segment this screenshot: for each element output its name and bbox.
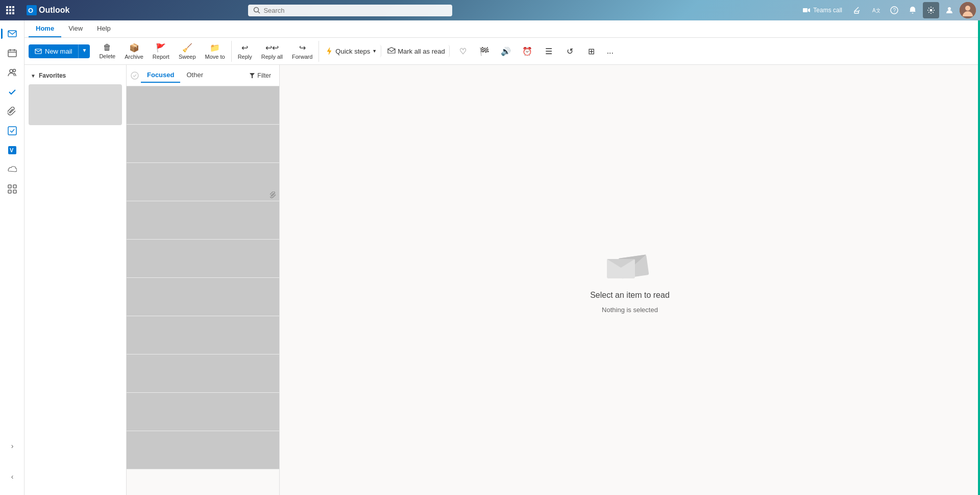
flag-button[interactable]: 🏁: [474, 44, 495, 58]
tab-view[interactable]: View: [61, 20, 90, 37]
user-avatar[interactable]: [960, 2, 976, 18]
check-circle-icon: [131, 72, 139, 80]
svg-text:?: ?: [893, 8, 896, 13]
sidebar-item-people[interactable]: [3, 63, 21, 82]
reading-panel: Select an item to read Nothing is select…: [280, 65, 980, 495]
sidebar-item-onedrive[interactable]: [3, 160, 21, 179]
mail-item[interactable]: [127, 125, 279, 163]
svg-text:A文: A文: [872, 8, 880, 13]
undo-button[interactable]: ↺: [560, 44, 580, 58]
svg-rect-36: [8, 185, 11, 188]
svg-rect-5: [12, 9, 14, 11]
mark-all-read-label: Mark all as read: [398, 48, 445, 55]
rules-icon: ☰: [545, 46, 552, 56]
mail-item[interactable]: [127, 355, 279, 393]
delete-group: 🗑 Delete 📦 Archive 🚩 Report 🧹 Sweep: [95, 41, 231, 62]
mail-item[interactable]: [127, 201, 279, 240]
mail-item[interactable]: [127, 278, 279, 316]
svg-rect-27: [8, 50, 16, 57]
outlook-logo: O Outlook: [20, 5, 76, 15]
svg-rect-2: [12, 6, 14, 8]
avatar-image: [960, 2, 976, 18]
report-button[interactable]: 🚩 Report: [149, 41, 174, 62]
tab-home[interactable]: Home: [29, 20, 61, 37]
forward-icon: ↪: [299, 43, 306, 53]
empty-envelope-illustration: [604, 246, 655, 285]
new-mail-dropdown[interactable]: ▼: [78, 44, 90, 58]
mail-item[interactable]: [127, 163, 279, 201]
read-aloud-button[interactable]: 🔊: [496, 44, 516, 58]
app-name: Outlook: [39, 6, 69, 15]
delete-label: Delete: [99, 53, 115, 59]
favorite-button[interactable]: ♡: [453, 44, 473, 58]
sweep-button[interactable]: 🧹 Sweep: [175, 41, 200, 62]
svg-line-12: [258, 12, 260, 14]
move-label: Move to: [205, 54, 225, 60]
mail-item[interactable]: [127, 316, 279, 355]
layout-button[interactable]: ⊞: [581, 44, 602, 58]
search-bar[interactable]: [248, 5, 452, 16]
panels: ▼ Favorites ‹ ›: [24, 65, 980, 495]
tab-help[interactable]: Help: [90, 20, 118, 37]
reply-group: ↩ Reply ↩↩ Reply all ↪ Forward: [234, 41, 320, 62]
settings-button[interactable]: [923, 2, 939, 18]
more-options-button[interactable]: ...: [603, 44, 618, 58]
person-icon-svg: [945, 6, 953, 14]
mail-item[interactable]: [127, 240, 279, 278]
svg-rect-1: [9, 6, 11, 8]
snooze-button[interactable]: ⏰: [517, 44, 537, 58]
notification-icon[interactable]: [904, 2, 921, 18]
svg-rect-7: [9, 12, 11, 14]
translate-icon[interactable]: A文: [868, 2, 884, 18]
sidebar-item-calendar[interactable]: [3, 44, 21, 62]
check-circle: [131, 72, 139, 80]
ribbon-toolbar: New mail ▼ 🗑 Delete 📦 Archive 🚩: [24, 38, 980, 64]
reply-all-label: Reply all: [261, 54, 283, 60]
waffle-icon[interactable]: [0, 0, 20, 20]
teams-call-button[interactable]: Teams call: [797, 4, 847, 17]
delete-button[interactable]: 🗑 Delete: [95, 41, 119, 61]
filter-label: Filter: [257, 72, 271, 79]
sidebar-item-mail[interactable]: [3, 25, 21, 43]
people-icon: [8, 68, 17, 77]
search-input[interactable]: [263, 7, 447, 14]
reply-icon: ↩: [241, 43, 248, 53]
favorites-header[interactable]: ▼ Favorites: [24, 69, 126, 82]
sidebar-item-viva[interactable]: V: [3, 141, 21, 159]
quick-steps-button[interactable]: Quick steps ▼: [321, 45, 381, 57]
mail-item[interactable]: [127, 86, 279, 125]
reply-all-icon: ↩↩: [265, 43, 279, 53]
mark-all-read-button[interactable]: Mark all as read: [383, 45, 449, 57]
mail-item[interactable]: [127, 431, 279, 469]
forward-button[interactable]: ↪ Forward: [288, 41, 316, 62]
sidebar-item-apps[interactable]: [3, 180, 21, 198]
mail-item[interactable]: [127, 393, 279, 431]
search-icon: [253, 7, 260, 14]
help-icon[interactable]: ?: [886, 2, 902, 18]
account-icon[interactable]: [941, 2, 958, 18]
move-to-button[interactable]: 📁 Move to: [201, 41, 229, 62]
new-mail-button[interactable]: New mail: [29, 44, 78, 58]
svg-line-18: [857, 7, 859, 8]
favorites-chevron: ▼: [31, 73, 36, 79]
video-icon: [802, 6, 811, 14]
tab-other[interactable]: Other: [180, 68, 209, 83]
archive-button[interactable]: 📦 Archive: [120, 41, 148, 62]
sketch-icon[interactable]: [849, 2, 866, 18]
sidebar-item-attachments[interactable]: [3, 102, 21, 121]
filter-button[interactable]: Filter: [245, 70, 275, 81]
tab-focused[interactable]: Focused: [141, 68, 180, 83]
rules-button[interactable]: ☰: [538, 44, 559, 58]
reply-all-button[interactable]: ↩↩ Reply all: [257, 41, 287, 62]
ellipsis-icon: ...: [607, 46, 614, 55]
reply-button[interactable]: ↩ Reply: [234, 41, 256, 62]
sweep-icon: 🧹: [182, 43, 192, 53]
sidebar-item-tasks[interactable]: [3, 83, 21, 101]
quick-steps-label: Quick steps: [335, 48, 370, 55]
svg-rect-0: [6, 6, 8, 8]
forward-label: Forward: [292, 54, 312, 60]
sidebar-item-todo[interactable]: [3, 122, 21, 140]
select-text: Select an item to read: [590, 291, 670, 300]
report-icon: 🚩: [156, 43, 166, 53]
svg-point-23: [948, 7, 951, 10]
